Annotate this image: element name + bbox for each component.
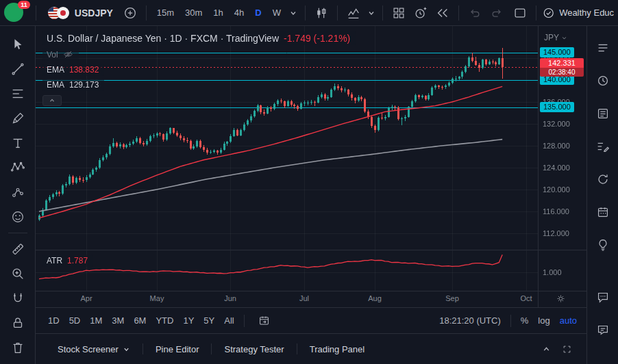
- calendar-button[interactable]: [591, 198, 615, 226]
- price-scale[interactable]: JPY 142.331 02:38:40 144.000140.000136.0…: [538, 26, 586, 307]
- price-tick: 132.000: [543, 119, 570, 129]
- xabcd-pattern-tool[interactable]: [5, 155, 30, 180]
- indicator-templates-chevron-icon[interactable]: [365, 3, 378, 23]
- divider: [36, 5, 36, 21]
- refresh-button[interactable]: [591, 166, 615, 193]
- goto-date-button[interactable]: [254, 311, 275, 330]
- ideas-button[interactable]: [591, 231, 615, 259]
- text-tool[interactable]: [5, 131, 30, 155]
- legend-collapse-button[interactable]: [42, 95, 62, 106]
- brush-tool[interactable]: [5, 106, 30, 131]
- chevron-down-icon: [123, 346, 130, 353]
- symbol-description[interactable]: U.S. Dollar / Japanese Yen · 1D · FXCM ·…: [47, 33, 279, 44]
- auto-scale-button[interactable]: auto: [560, 315, 577, 326]
- community-chat-button[interactable]: [591, 316, 615, 343]
- forecast-icon: [10, 185, 25, 200]
- private-chat-button[interactable]: [591, 283, 615, 311]
- tab-strategy-tester[interactable]: Strategy Tester: [216, 340, 292, 359]
- panel-collapse-button[interactable]: [536, 339, 556, 359]
- interval-1h[interactable]: 1h: [208, 4, 227, 21]
- divider: [143, 343, 143, 354]
- redo-button[interactable]: [486, 3, 507, 23]
- volume-hidden-eye-icon[interactable]: [63, 49, 73, 60]
- range-All[interactable]: All: [224, 315, 234, 326]
- forecast-tool[interactable]: [5, 180, 30, 205]
- month-label: Apr: [80, 294, 92, 302]
- divider: [458, 5, 459, 21]
- tab-stock-screener[interactable]: Stock Screener: [49, 340, 138, 359]
- saved-check-icon: [542, 6, 555, 20]
- user-avatar[interactable]: 11: [4, 3, 25, 23]
- chevron-up-icon: [49, 97, 55, 104]
- range-6M[interactable]: 6M: [134, 315, 146, 326]
- trend-line-icon: [10, 62, 25, 77]
- atr-label[interactable]: ATR: [47, 256, 62, 265]
- range-5Y[interactable]: 5Y: [203, 315, 214, 326]
- compare-add-button[interactable]: [120, 3, 140, 23]
- indicators-button[interactable]: [343, 3, 364, 23]
- interval-1W[interactable]: W: [268, 4, 286, 21]
- volume-legend-label[interactable]: Vol: [47, 50, 58, 60]
- drawing-toolbar: [0, 26, 36, 364]
- ema-slow-label[interactable]: EMA: [47, 80, 64, 90]
- interval-15m[interactable]: 15m: [152, 4, 179, 21]
- multichart-layout-button[interactable]: [388, 3, 409, 23]
- interval-1D[interactable]: D: [250, 4, 266, 21]
- measure-tool[interactable]: [5, 237, 30, 261]
- watchlist-icon: [595, 40, 610, 55]
- atr-tick: 1.000: [543, 268, 562, 277]
- layout-select-button[interactable]: [510, 3, 530, 23]
- bottom-toolbar: 1D 5D 1M 3M 6M YTD 1Y 5Y All 18:21:20 (U…: [36, 307, 586, 333]
- interval-30m[interactable]: 30m: [180, 4, 207, 21]
- bottom-panel-tabs: Stock Screener Pine Editor Strategy Test…: [36, 333, 586, 364]
- zoom-in-tool[interactable]: [5, 261, 30, 286]
- ema-fast-label[interactable]: EMA: [47, 65, 64, 75]
- symbol-button[interactable]: USDJPY: [42, 3, 119, 23]
- range-1D[interactable]: 1D: [48, 315, 60, 326]
- alerts-button[interactable]: [591, 67, 615, 94]
- atr-value: 1.787: [67, 256, 88, 265]
- range-1Y[interactable]: 1Y: [183, 315, 194, 326]
- panel-maximize-button[interactable]: [556, 339, 577, 359]
- saved-layout-button[interactable]: Wealthy Educ: [542, 6, 614, 20]
- interval-menu-chevron-icon[interactable]: [287, 3, 299, 23]
- time-axis[interactable]: AprMayJunJulAugSepOct: [36, 291, 538, 307]
- trash-icon: [10, 340, 25, 355]
- cursor-tool[interactable]: [5, 32, 30, 57]
- watchlist-button[interactable]: [591, 34, 615, 62]
- divider: [536, 5, 536, 21]
- range-5D[interactable]: 5D: [69, 315, 81, 326]
- interval-4h[interactable]: 4h: [230, 4, 249, 21]
- lock-all-tool[interactable]: [5, 311, 30, 335]
- month-label: Jun: [224, 294, 236, 302]
- fib-retracement-tool[interactable]: [5, 81, 30, 106]
- tab-trading-panel[interactable]: Trading Panel: [301, 340, 373, 359]
- range-YTD[interactable]: YTD: [156, 315, 173, 326]
- log-scale-button[interactable]: log: [538, 315, 549, 326]
- percent-scale-button[interactable]: %: [521, 315, 529, 326]
- range-3M[interactable]: 3M: [112, 315, 124, 326]
- magnet-tool[interactable]: [5, 286, 30, 311]
- emoji-tool[interactable]: [5, 205, 30, 229]
- tab-pine-editor[interactable]: Pine Editor: [147, 340, 208, 359]
- divider: [510, 315, 511, 327]
- bar-replay-button[interactable]: [432, 3, 453, 23]
- price-scale-currency-button[interactable]: JPY: [544, 33, 567, 42]
- trend-line-tool[interactable]: [5, 57, 30, 81]
- divider: [297, 343, 297, 354]
- headlines-button[interactable]: [591, 100, 615, 127]
- timezone-clock-button[interactable]: 18:21:20 (UTC): [439, 315, 501, 326]
- pane-separator[interactable]: [36, 250, 586, 250]
- measure-ruler-icon: [10, 242, 25, 257]
- hotlists-icon: [595, 139, 610, 154]
- undo-button[interactable]: [465, 3, 485, 23]
- alert-button[interactable]: [410, 3, 431, 23]
- ema-fast-value: 138.832: [69, 65, 99, 75]
- last-price-label: 142.331 02:38:40: [540, 58, 584, 77]
- hotlists-button[interactable]: [591, 133, 615, 160]
- chart-type-candles-button[interactable]: [311, 3, 332, 23]
- remove-drawings-tool[interactable]: [5, 335, 30, 360]
- axis-settings-button[interactable]: [555, 293, 567, 304]
- range-1M[interactable]: 1M: [90, 315, 102, 326]
- symbol-flags-icon: [47, 6, 70, 20]
